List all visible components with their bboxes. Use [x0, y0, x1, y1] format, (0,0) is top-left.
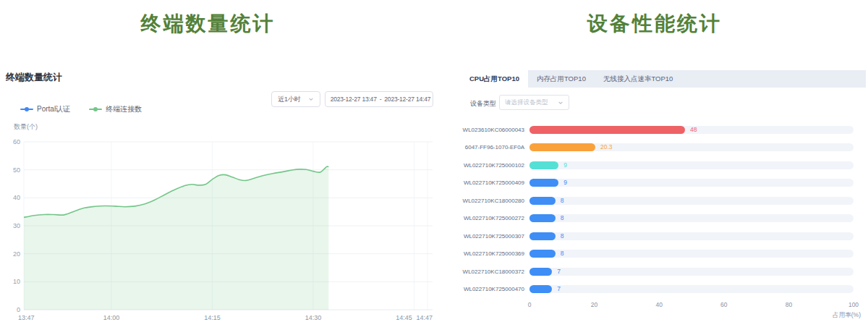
date-end: 2023-12-27 14:47 [384, 96, 430, 103]
bar-row: WL022710K7250004099 [461, 174, 854, 192]
tab-cpu-top10[interactable]: CPU占用TOP10 [461, 70, 528, 88]
bar-row: WL022710K7250002728 [461, 210, 854, 228]
bar-category-label: 6047-FF96-1070-EF0A [461, 144, 529, 151]
bar-background [529, 250, 854, 258]
bar-row: WL022710KC180003727 [461, 263, 854, 281]
x-tick-labels: 13:4714:0014:1514:3014:4514:47 [18, 314, 433, 321]
date-separator: - [380, 96, 382, 103]
x-tick-label: 40 [655, 301, 662, 308]
svg-text:60: 60 [13, 138, 20, 145]
svg-text:20: 20 [13, 250, 20, 258]
x-tick-label: 60 [720, 301, 727, 308]
terminal-count-chart[interactable]: 010203040506013:4714:0014:1514:3014:4514… [0, 134, 448, 326]
bar-background [529, 268, 854, 276]
tab-wireless-rate-top10[interactable]: 无线接入点速率TOP10 [595, 70, 681, 88]
date-start: 2023-12-27 13:47 [331, 96, 377, 103]
time-range-select[interactable]: 近1小时 [271, 91, 320, 107]
x-axis-label: 占用率(%) [781, 311, 861, 320]
legend-item[interactable]: 终端连接数 [89, 104, 142, 114]
bar-row: WL022710K7250003078 [461, 227, 854, 245]
svg-text:50: 50 [13, 166, 20, 174]
bar[interactable] [529, 179, 558, 187]
bar-background [529, 179, 854, 187]
device-type-label: 设备类型 [470, 99, 496, 109]
bar-category-label: WL022710K725000102 [461, 162, 529, 169]
bar[interactable] [529, 126, 685, 134]
bar-track: 8 [529, 197, 854, 205]
tab-memory-top10[interactable]: 内存占用TOP10 [528, 70, 595, 88]
bar-row: WL022710K7250003698 [461, 245, 854, 263]
bar-category-label: WL022710KC18000280 [461, 198, 529, 204]
x-tick-label: 80 [786, 301, 792, 308]
dashboard: 终端数量统计 设备性能统计 终端数量统计 近1小时 2023-12-27 13:… [0, 0, 868, 330]
date-range-picker[interactable]: 2023-12-27 13:47 - 2023-12-27 14:47 [325, 91, 433, 107]
chart-legend: Portal认证终端连接数 [20, 104, 142, 114]
bar-value-label: 48 [690, 126, 697, 134]
bar-track: 8 [529, 232, 854, 240]
bar-background [529, 197, 854, 205]
bar-row: WL022710K7250001029 [461, 156, 854, 174]
bar-background [529, 214, 854, 222]
legend-marker-icon [20, 109, 33, 110]
bar-row: 6047-FF96-1070-EF0A20.3 [461, 139, 854, 157]
right-section-title: 设备性能统计 [448, 10, 861, 38]
bar-row: WL022710K7250004707 [461, 281, 854, 299]
bar[interactable] [529, 250, 556, 258]
svg-text:14:45: 14:45 [396, 314, 412, 321]
bar-value-label: 8 [561, 197, 564, 205]
bar[interactable] [529, 268, 552, 276]
time-range-value: 近1小时 [278, 95, 301, 104]
bar[interactable] [529, 143, 595, 151]
bar-category-label: WL023610KC06000043 [461, 127, 529, 133]
bar-track: 7 [529, 268, 854, 276]
bar-category-label: WL022710K725000272 [461, 215, 529, 221]
bar-value-label: 8 [561, 214, 564, 222]
svg-text:10: 10 [13, 278, 20, 285]
svg-text:13:47: 13:47 [18, 314, 35, 321]
bar[interactable] [529, 232, 556, 240]
bar[interactable] [529, 214, 556, 222]
bar-background [529, 161, 854, 169]
chevron-down-icon [558, 100, 563, 106]
svg-text:0: 0 [17, 306, 20, 313]
x-tick-label: 0 [528, 301, 532, 308]
x-tick-label: 20 [591, 301, 597, 308]
cpu-top10-chart: WL023610KC06000043486047-FF96-1070-EF0A2… [461, 121, 854, 311]
legend-item[interactable]: Portal认证 [20, 104, 70, 114]
bar-category-label: WL022710K725000409 [461, 179, 529, 186]
x-tick-label: 100 [848, 301, 859, 308]
bar-track: 7 [529, 285, 854, 293]
performance-tabbar: CPU占用TOP10内存占用TOP10无线接入点速率TOP10 [461, 70, 866, 88]
bar[interactable] [529, 285, 552, 293]
chevron-down-icon [308, 96, 314, 102]
bar-value-label: 7 [557, 285, 561, 293]
bar-category-label: WL022710K725000470 [461, 286, 529, 292]
bar-row: WL022710KC180002808 [461, 192, 854, 210]
series-area [24, 166, 328, 310]
left-section-title: 终端数量统计 [0, 10, 416, 38]
bar-track: 8 [529, 214, 854, 222]
bar-value-label: 20.3 [600, 143, 613, 151]
bar-value-label: 8 [561, 250, 564, 258]
device-type-select[interactable]: 请选择设备类型 [499, 95, 569, 110]
y-axis-label: 数量(个) [14, 122, 38, 132]
bar-category-label: WL022710K725000369 [461, 250, 529, 257]
x-axis-ticks: 020406080100 [529, 301, 854, 311]
bar-value-label: 8 [561, 232, 564, 240]
bar-value-label: 7 [557, 268, 561, 276]
svg-text:30: 30 [13, 222, 20, 229]
bar-track: 8 [529, 250, 854, 258]
legend-marker-icon [89, 109, 102, 110]
bar[interactable] [529, 197, 556, 205]
svg-text:40: 40 [13, 194, 20, 201]
bar-category-label: WL022710K725000307 [461, 233, 529, 240]
svg-text:14:47: 14:47 [416, 314, 433, 321]
bar-value-label: 9 [563, 161, 567, 169]
bar-track: 9 [529, 161, 854, 169]
svg-text:14:30: 14:30 [305, 314, 322, 321]
bar-track: 9 [529, 179, 854, 187]
bar-value-label: 9 [563, 179, 567, 187]
legend-label: Portal认证 [37, 104, 70, 114]
bar-row: WL023610KC0600004348 [461, 121, 854, 139]
bar[interactable] [529, 161, 558, 169]
